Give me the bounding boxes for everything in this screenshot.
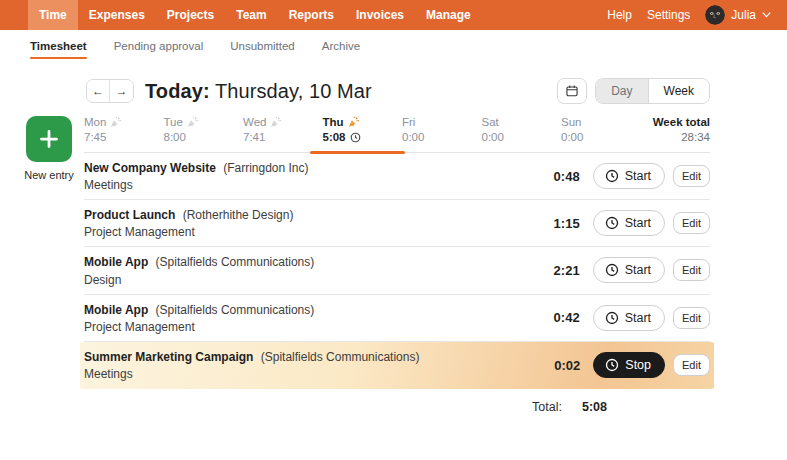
entry-title: Mobile App (Spitalfields Communications) xyxy=(84,254,532,270)
timer-button-label: Start xyxy=(625,263,651,277)
day-name: Sat xyxy=(482,116,562,128)
clock-icon xyxy=(605,169,619,183)
week-total: Week total 28:34 xyxy=(653,116,710,152)
edit-button[interactable]: Edit xyxy=(673,307,710,329)
date-nav-arrows: ← → xyxy=(86,79,134,103)
day-name: Wed xyxy=(243,116,323,128)
start-timer-button[interactable]: Start xyxy=(593,210,665,236)
start-timer-button[interactable]: Start xyxy=(593,305,665,331)
entry-task: Meetings xyxy=(84,367,532,381)
day-column[interactable]: Sat 0:00 xyxy=(482,116,562,152)
tab[interactable]: Unsubmitted xyxy=(230,30,295,61)
topnav-item[interactable]: Projects xyxy=(156,0,225,30)
topnav-item-label: Team xyxy=(236,8,266,22)
main-nav: TimeExpensesProjectsTeamReportsInvoicesM… xyxy=(28,0,482,30)
entry-client: (Spitalfields Communications) xyxy=(261,350,420,364)
clock-icon xyxy=(605,358,619,372)
day-total-label: Total: xyxy=(532,400,562,414)
day-name: Fri xyxy=(402,116,482,128)
tab-label: Pending approval xyxy=(114,40,204,52)
topnav-item[interactable]: Reports xyxy=(278,0,345,30)
entry-title: Summer Marketing Campaign (Spitalfields … xyxy=(84,349,532,365)
entry-client: (Spitalfields Communications) xyxy=(156,255,315,269)
topnav-item[interactable]: Manage xyxy=(415,0,482,30)
chevron-down-icon xyxy=(762,12,771,18)
user-avatar xyxy=(705,5,725,25)
date-text: Thursday, 10 Mar xyxy=(215,80,372,102)
entry-row: Mobile App (Spitalfields Communications)… xyxy=(84,247,710,294)
topnav-item[interactable]: Invoices xyxy=(345,0,415,30)
tab[interactable]: Pending approval xyxy=(114,30,204,61)
day-column[interactable]: Mon 7:45 xyxy=(84,116,164,152)
start-timer-button[interactable]: Start xyxy=(593,257,665,283)
party-popper-icon xyxy=(270,116,282,128)
topnav-item-label: Reports xyxy=(289,8,334,22)
entry-time: 2:21 xyxy=(532,263,580,278)
user-name: Julia xyxy=(731,8,756,22)
day-column[interactable]: Wed 7:41 xyxy=(243,116,323,152)
timesheet-tabs: TimesheetPending approvalUnsubmittedArch… xyxy=(0,30,787,61)
day-column[interactable]: Fri 0:00 xyxy=(402,116,482,152)
party-popper-icon xyxy=(110,116,122,128)
entry-project: Summer Marketing Campaign xyxy=(84,350,253,364)
stop-timer-button[interactable]: Stop xyxy=(593,352,665,378)
day-total-row: Total: 5:08 xyxy=(84,389,710,414)
clock-icon xyxy=(605,311,619,325)
clock-icon xyxy=(605,216,619,230)
topnav-item-label: Expenses xyxy=(89,8,145,22)
day-hours: 8:00 xyxy=(164,131,244,143)
day-toggle[interactable]: Day xyxy=(596,79,648,103)
entry-info: New Company Website (Farringdon Inc) Mee… xyxy=(84,160,532,192)
today-label: Today: xyxy=(145,80,210,102)
new-entry: New entry xyxy=(16,116,82,181)
topnav-item[interactable]: Team xyxy=(225,0,277,30)
timer-button-label: Start xyxy=(625,311,651,325)
entry-list: New Company Website (Farringdon Inc) Mee… xyxy=(84,153,710,389)
entry-client: (Spitalfields Communications) xyxy=(156,303,315,317)
entry-time: 0:48 xyxy=(532,169,580,184)
entry-time: 1:15 xyxy=(532,216,580,231)
party-popper-icon xyxy=(348,116,360,128)
entry-project: New Company Website xyxy=(84,161,216,175)
settings-link[interactable]: Settings xyxy=(647,8,690,22)
edit-button[interactable]: Edit xyxy=(673,165,710,187)
timesheet-main: New entry Mon 7:45 Tue xyxy=(0,116,787,414)
edit-button[interactable]: Edit xyxy=(673,259,710,281)
entry-project: Mobile App xyxy=(84,303,148,317)
day-column[interactable]: Thu 5:08 xyxy=(323,116,403,152)
day-column[interactable]: Tue 8:00 xyxy=(164,116,244,152)
tab[interactable]: Timesheet xyxy=(30,30,87,61)
entry-client: (Rotherhithe Design) xyxy=(183,208,294,222)
entry-task: Project Management xyxy=(84,225,532,239)
week-toggle[interactable]: Week xyxy=(649,79,709,103)
day-column[interactable]: Sun 0:00 xyxy=(561,116,641,152)
running-clock-icon xyxy=(350,132,361,143)
new-entry-label: New entry xyxy=(16,169,82,181)
timer-button-label: Start xyxy=(625,169,651,183)
day-name: Tue xyxy=(164,116,244,128)
topnav-item[interactable]: Time xyxy=(28,0,78,30)
new-entry-button[interactable] xyxy=(26,116,72,162)
edit-button[interactable]: Edit xyxy=(673,212,710,234)
view-controls: Day Week xyxy=(557,78,710,104)
week-strip: Mon 7:45 Tue xyxy=(84,116,710,153)
next-day-button[interactable]: → xyxy=(110,80,133,102)
calendar-button[interactable] xyxy=(557,78,587,104)
entry-row: New Company Website (Farringdon Inc) Mee… xyxy=(84,153,710,200)
tab[interactable]: Archive xyxy=(322,30,360,61)
entry-info: Mobile App (Spitalfields Communications)… xyxy=(84,302,532,334)
help-link[interactable]: Help xyxy=(607,8,632,22)
topnav-item-label: Manage xyxy=(426,8,471,22)
day-hours: 7:41 xyxy=(243,131,323,143)
date-header: ← → Today: Thursday, 10 Mar Day Week xyxy=(86,78,710,104)
edit-button[interactable]: Edit xyxy=(673,354,710,376)
topnav-item-label: Projects xyxy=(167,8,214,22)
week-total-label: Week total xyxy=(653,116,710,128)
topnav-item-label: Time xyxy=(39,8,67,22)
entry-client: (Farringdon Inc) xyxy=(223,161,308,175)
topnav-item[interactable]: Expenses xyxy=(78,0,156,30)
entry-time: 0:02 xyxy=(532,358,580,373)
user-menu[interactable]: Julia xyxy=(705,5,771,25)
start-timer-button[interactable]: Start xyxy=(593,163,665,189)
previous-day-button[interactable]: ← xyxy=(87,80,110,102)
